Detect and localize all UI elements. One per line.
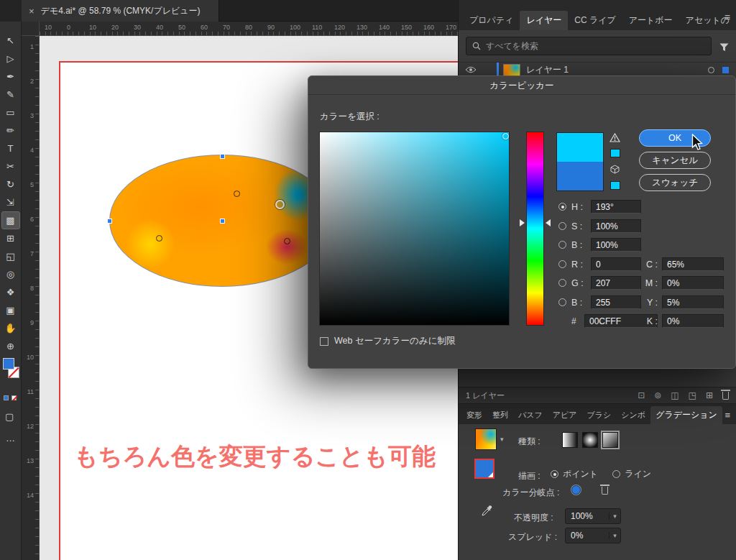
layer-thumbnail[interactable] [503, 64, 520, 76]
rectangle-tool[interactable]: ▭ [1, 104, 20, 121]
locate-object-icon[interactable]: ⊚ [654, 390, 661, 400]
hand-tool[interactable]: ✋ [1, 319, 20, 337]
curvature-tool[interactable]: ✎ [1, 86, 20, 104]
panel-tab-pathfinder[interactable]: パスフ [513, 406, 548, 424]
rotate-tool[interactable]: ↻ [1, 175, 20, 193]
layer-visibility-icon[interactable] [465, 65, 477, 75]
panel-tab-transform[interactable]: 変形 [461, 406, 487, 424]
blend-tool[interactable]: ◎ [1, 265, 20, 283]
saturation-brightness-field[interactable] [319, 132, 510, 326]
gradient-type-linear-button[interactable] [562, 432, 578, 448]
hue-radio[interactable] [558, 203, 566, 211]
document-tab[interactable]: × デモ4.ai* @ 58.79 % (CMYK/プレビュー) [22, 0, 219, 22]
red-input[interactable]: 0 [591, 257, 641, 271]
gradient-preview-swatch[interactable] [475, 428, 497, 450]
fill-color-swatch[interactable] [3, 358, 14, 369]
selection-handle-left[interactable] [107, 219, 112, 224]
color-field-cursor[interactable] [502, 133, 509, 139]
tab-cc-libraries[interactable]: CC ライブ [568, 11, 622, 30]
blue-input[interactable]: 255 [591, 295, 641, 309]
zoom-tool[interactable]: ⊕ [1, 337, 20, 355]
symbol-sprayer-tool[interactable]: ❖ [1, 283, 20, 301]
black-input[interactable]: 0% [662, 314, 724, 328]
saturation-input[interactable]: 100% [591, 219, 641, 233]
panel-tab-brushes[interactable]: ブラシ [582, 406, 617, 424]
tab-layers[interactable]: レイヤー [520, 11, 568, 30]
brightness-input[interactable]: 100% [591, 238, 641, 252]
gradient-stop-red[interactable] [284, 238, 290, 244]
hue-slider[interactable] [526, 132, 544, 326]
pen-tool[interactable]: ✒ [1, 68, 20, 86]
gradient-tool[interactable]: ▩ [1, 211, 20, 229]
gradient-type-freeform-button[interactable] [602, 432, 618, 448]
make-clipping-mask-icon[interactable]: ◫ [671, 390, 678, 400]
red-radio[interactable] [558, 260, 566, 268]
cancel-button[interactable]: キャンセル [639, 152, 711, 169]
type-tool[interactable]: T [1, 139, 20, 157]
gradient-stop-cyan-selected[interactable] [275, 200, 285, 209]
spread-dropdown[interactable]: 0% ▾ [565, 528, 621, 543]
scissors-tool[interactable]: ✂ [1, 157, 20, 175]
active-color-swatch[interactable] [474, 459, 494, 479]
eyedropper-icon[interactable] [481, 505, 492, 519]
gradient-stop-yellow[interactable] [156, 235, 162, 242]
tab-properties[interactable]: プロパティ [463, 11, 520, 30]
panel-tab-symbols[interactable]: シンボ [616, 406, 650, 424]
saturation-radio[interactable] [558, 222, 566, 230]
cyan-input[interactable]: 65% [662, 257, 724, 271]
web-color-cube-icon[interactable] [610, 165, 620, 176]
gradient-type-radial-button[interactable] [582, 432, 598, 448]
none-mini-swatch[interactable] [12, 395, 17, 400]
mesh-tool[interactable]: ⊞ [1, 229, 20, 247]
panel-tab-appearance[interactable]: アピア [548, 406, 582, 424]
tab-artboards[interactable]: アートボー [622, 11, 679, 30]
artboard-tool[interactable]: ▣ [1, 301, 20, 319]
selection-handle-center[interactable] [220, 219, 225, 224]
selection-tool[interactable]: ↖ [1, 32, 20, 50]
draw-point-radio[interactable] [551, 470, 558, 478]
collect-for-export-icon[interactable]: ⊡ [638, 390, 645, 400]
yellow-input[interactable]: 5% [662, 295, 724, 309]
opacity-dropdown[interactable]: 100% ▾ [565, 508, 621, 524]
web-safe-checkbox[interactable] [320, 337, 328, 346]
color-stop-swatch[interactable] [571, 485, 581, 495]
hue-slider-arrow-left[interactable] [520, 219, 525, 226]
screen-mode-icon[interactable]: ▢ [5, 411, 14, 422]
draw-line-radio[interactable] [612, 470, 620, 478]
panel-tab-align[interactable]: 整列 [487, 406, 513, 424]
gradient-preset-dropdown-icon[interactable]: ▾ [500, 436, 504, 443]
panel-tab-gradient[interactable]: グラデーション [650, 406, 722, 424]
tab-close-icon[interactable]: × [29, 6, 34, 17]
search-input[interactable]: すべてを検索 [466, 37, 712, 55]
blue-radio[interactable] [558, 298, 566, 306]
delete-layer-icon[interactable] [722, 392, 729, 400]
dialog-title[interactable]: カラーピッカー [308, 76, 735, 95]
edit-toolbar-icon[interactable]: … [6, 433, 15, 444]
paintbrush-tool[interactable]: ✏ [1, 121, 20, 139]
layer-name[interactable]: レイヤー 1 [526, 64, 569, 76]
web-safe-color-swatch[interactable] [610, 181, 620, 190]
canvas-text-object[interactable]: もちろん色を変更することも可能 [74, 441, 436, 473]
gradient-stop-orange[interactable] [234, 191, 240, 197]
shape-builder-tool[interactable]: ◱ [1, 247, 20, 265]
filter-icon[interactable] [719, 42, 729, 55]
direct-selection-tool[interactable]: ▷ [1, 50, 20, 68]
gradient-panel-menu-icon[interactable]: ≡ [724, 410, 730, 421]
scale-tool[interactable]: ⇲ [1, 193, 20, 211]
gamut-warning-icon[interactable] [610, 133, 620, 144]
magenta-input[interactable]: 0% [662, 276, 724, 290]
green-radio[interactable] [558, 279, 566, 287]
swatches-button[interactable]: スウォッチ [639, 174, 711, 191]
new-sublayer-icon[interactable]: ◳ [689, 390, 696, 400]
new-layer-icon[interactable]: ⊞ [706, 390, 713, 400]
hue-input[interactable]: 193° [591, 200, 641, 214]
layer-target-icon[interactable] [708, 67, 714, 73]
brightness-radio[interactable] [558, 241, 566, 249]
in-gamut-color-swatch[interactable] [610, 149, 620, 157]
color-mini-swatch[interactable] [4, 395, 9, 400]
panel-menu-icon[interactable]: ≡ [724, 12, 730, 23]
green-input[interactable]: 207 [591, 276, 641, 290]
delete-stop-icon[interactable] [602, 487, 608, 495]
hue-slider-arrow-right[interactable] [546, 219, 551, 226]
selection-handle-top[interactable] [220, 154, 225, 159]
